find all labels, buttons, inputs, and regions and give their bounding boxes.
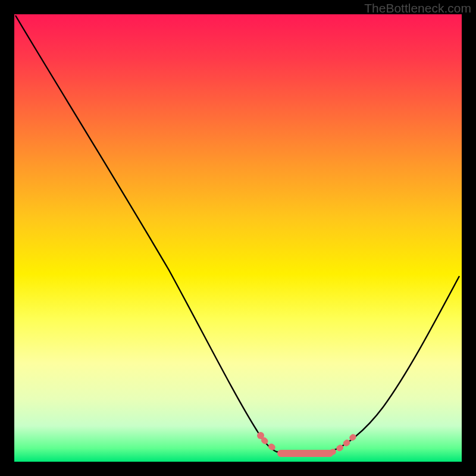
bottleneck-curve-right: [330, 276, 459, 452]
plot-area: [14, 14, 462, 462]
curve-layer: [14, 14, 462, 462]
bottleneck-curve-left: [15, 15, 276, 452]
watermark-text: TheBottleneck.com: [364, 1, 471, 15]
chart-container: TheBottleneck.com: [0, 0, 476, 476]
highlight-dot-start: [257, 432, 264, 439]
highlight-dots-left: [264, 440, 278, 451]
highlight-dots-right: [332, 437, 353, 452]
